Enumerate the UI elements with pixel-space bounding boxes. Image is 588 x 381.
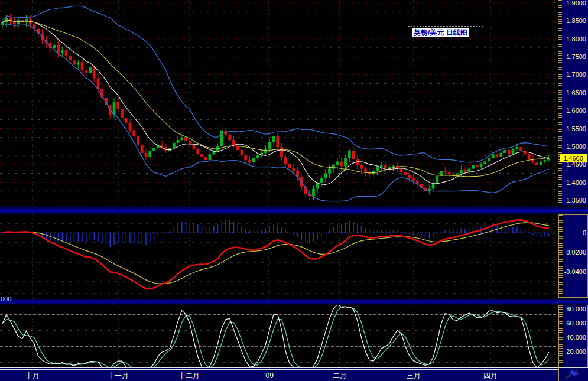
osc-tick-label: 80.000 [563, 305, 586, 313]
x-axis-label: 三月 [407, 372, 421, 380]
clipped-indicator-label: 000 [1, 295, 11, 303]
price-tick-label: 1.7000 [563, 70, 586, 79]
macd-tick-label: -0.0400 [563, 268, 586, 276]
panel-splitter-2[interactable] [0, 298, 588, 305]
price-tick-label: 1.9000 [563, 0, 586, 7]
price-tick-label: 1.5000 [563, 142, 586, 151]
price-tick-label: 1.8000 [563, 35, 586, 43]
time-axis[interactable] [0, 370, 588, 381]
price-tick-label: 1.7500 [563, 53, 586, 61]
x-axis-label: 四月 [483, 372, 498, 380]
price-tick-label: 1.6000 [563, 106, 586, 115]
instrument-label[interactable]: 英镑/美元 日线图 [412, 28, 469, 37]
current-price-tag: 1.4660 [560, 154, 587, 162]
panel-splitter-1[interactable] [0, 205, 588, 214]
stochastic-panel[interactable] [0, 305, 558, 367]
macd-tick-label: 0 [563, 229, 586, 237]
x-axis-label: 二月 [333, 372, 347, 380]
price-tick-label: 1.3500 [563, 196, 586, 204]
macd-tick-label: -0.0200 [563, 248, 586, 256]
x-axis-label: '09 [264, 372, 274, 380]
osc-tick-label: 40.000 [563, 333, 586, 341]
price-tick-label: 1.8500 [563, 17, 586, 25]
price-tick-label: 1.6500 [563, 89, 586, 97]
x-axis-label: 十月 [25, 372, 40, 380]
x-axis-label: 十一月 [108, 372, 129, 380]
price-axis-ruler [558, 0, 562, 205]
corner-flag-box[interactable] [558, 367, 588, 381]
osc-tick-label: 60.000 [563, 319, 586, 327]
x-axis-label: 十二月 [178, 372, 200, 380]
macd-panel[interactable] [0, 214, 558, 298]
trading-chart-window: 000 1.4660 英镑/美元 日线图 1.90001.85001.80001… [0, 0, 588, 381]
price-tick-label: 1.5500 [563, 125, 586, 133]
osc-tick-label: 20.000 [563, 347, 586, 356]
price-axis[interactable] [558, 0, 588, 205]
price-tick-label: 1.4000 [563, 178, 586, 187]
flag-icon[interactable] [559, 368, 587, 380]
